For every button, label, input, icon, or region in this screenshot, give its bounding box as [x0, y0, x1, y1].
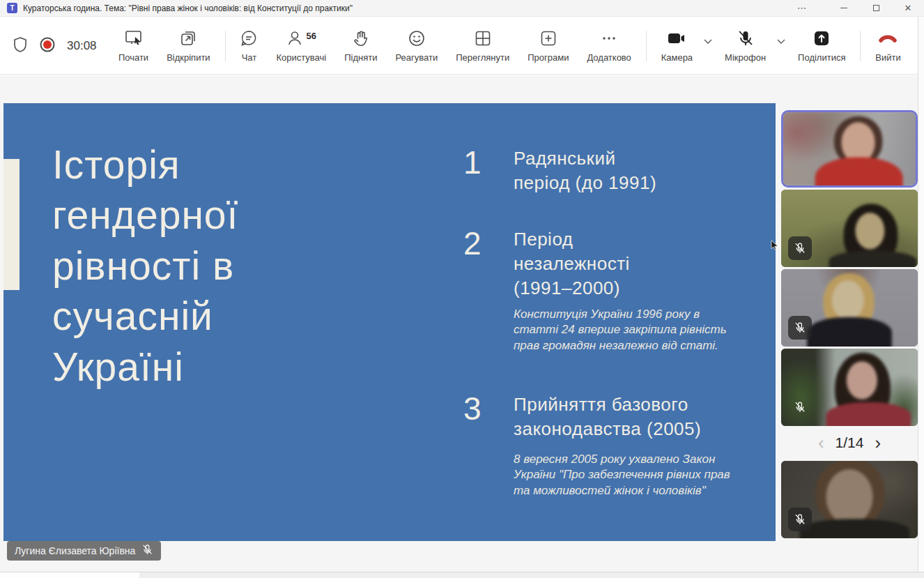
slide-list-item: 3 Прийняття базового законодавства (2005… [463, 393, 701, 441]
mouse-cursor [771, 240, 778, 252]
participants-button[interactable]: 56 Користувачі [267, 29, 335, 63]
mic-muted-icon [788, 316, 812, 340]
window-right-edge [918, 17, 924, 572]
slide-accent-notch [3, 159, 20, 290]
pager-prev-icon[interactable]: ‹ [818, 434, 824, 452]
react-label: Реагувати [395, 52, 438, 63]
presenter-name: Лугина Єлизавета Юріївна [15, 545, 135, 556]
unpin-label: Відкріпити [167, 52, 210, 63]
status-cluster: 30:08 [0, 36, 109, 56]
view-label: Переглянути [456, 52, 509, 63]
hang-up-icon [877, 29, 898, 47]
microphone-button[interactable]: Мікрофон [716, 29, 775, 63]
item-heading: Період незалежності (1991–2000) [514, 227, 630, 301]
participant-tile[interactable] [781, 349, 918, 426]
slide-title: Історія гендерної рівності в сучасній Ук… [52, 139, 442, 392]
share-screen-icon [813, 29, 831, 47]
presenter-name-badge: Лугина Єлизавета Юріївна [7, 541, 161, 561]
more-options-button[interactable]: Додатково [578, 29, 640, 63]
smiley-icon [408, 29, 426, 47]
leave-label: Вийти [875, 52, 900, 63]
react-button[interactable]: Реагувати [386, 29, 447, 63]
item-number: 2 [463, 227, 514, 301]
participant-tile[interactable] [781, 269, 918, 347]
start-share-label: Почати [118, 52, 148, 63]
shared-presentation-slide: Історія гендерної рівності в сучасній Ук… [3, 103, 776, 541]
gallery-grid-icon [474, 29, 492, 47]
share-button[interactable]: Поділитися [789, 29, 854, 63]
participant-tile-active-speaker[interactable] [781, 110, 918, 188]
more-options-label: Додатково [587, 52, 631, 63]
camera-label: Камера [661, 52, 693, 63]
participants-pager: ‹ 1/14 › [781, 429, 918, 457]
raise-hand-icon [352, 29, 370, 47]
chat-label: Чат [242, 52, 257, 63]
mic-muted-icon [788, 508, 812, 531]
window-close-icon[interactable]: ✕ [892, 0, 924, 17]
ellipsis-icon [600, 29, 618, 47]
participant-video [781, 110, 918, 187]
camera-chevron-icon[interactable] [703, 35, 713, 47]
unpin-button[interactable]: Відкріпити [157, 29, 219, 63]
raise-hand-button[interactable]: Підняти [335, 29, 386, 63]
chat-button[interactable]: Чат [231, 29, 267, 63]
apps-button[interactable]: Програми [518, 29, 578, 63]
window-minimize-icon[interactable] [828, 0, 860, 17]
participants-count-badge: 56 [307, 31, 316, 41]
camera-icon [666, 29, 687, 47]
leave-button[interactable]: Вийти [866, 29, 909, 63]
mic-muted-icon [737, 29, 755, 47]
start-share-button[interactable]: Почати [109, 29, 157, 63]
window-bottom-edge [0, 572, 924, 578]
mic-muted-icon [141, 544, 153, 558]
mic-muted-icon [788, 395, 812, 419]
teams-meeting-window: T Кураторська година. Тема: "Рівні права… [0, 0, 924, 578]
microphone-chevron-icon[interactable] [776, 35, 786, 47]
view-button[interactable]: Переглянути [447, 29, 518, 63]
meeting-toolbar: 30:08 Почати Відкріпити Чат [0, 17, 918, 75]
recording-indicator-icon [39, 36, 56, 56]
shield-icon [13, 36, 28, 56]
window-more-icon[interactable]: ⋯ [786, 0, 818, 17]
participants-panel: ‹ 1/14 › [781, 110, 918, 540]
participant-tile[interactable] [781, 461, 918, 538]
pager-page-indicator: 1/14 [836, 434, 864, 451]
item-heading: Радянський період (до 1991) [514, 146, 656, 195]
background-window-edge [139, 572, 924, 578]
toolbar-divider [225, 31, 226, 61]
pager-next-icon[interactable]: › [875, 434, 881, 452]
participant-tile[interactable] [781, 190, 918, 267]
share-label: Поділитися [798, 52, 845, 63]
slide-list-item: 2 Період незалежності (1991–2000) [463, 227, 630, 301]
screen-share-icon [124, 29, 144, 47]
camera-button[interactable]: Камера [652, 29, 702, 63]
add-app-icon [539, 29, 557, 47]
item-note: 8 вересня 2005 року ухвалено Закон Украї… [514, 452, 730, 499]
raise-hand-label: Підняти [344, 52, 377, 63]
item-number: 3 [463, 393, 514, 441]
mic-muted-icon [788, 236, 812, 260]
window-maximize-icon[interactable] [860, 0, 892, 17]
popout-icon [179, 29, 197, 47]
toolbar-divider [860, 31, 861, 61]
chat-icon [240, 29, 258, 47]
microphone-label: Мікрофон [725, 52, 766, 63]
meeting-stage: Історія гендерної рівності в сучасній Ук… [0, 75, 918, 572]
meeting-timer: 30:08 [67, 39, 97, 53]
meeting-title: Кураторська година. Тема: "Рівні права ж… [23, 3, 353, 13]
teams-icon: T [7, 3, 17, 13]
item-heading: Прийняття базового законодавства (2005) [514, 393, 701, 441]
participants-label: Користувачі [276, 52, 326, 63]
titlebar: T Кураторська година. Тема: "Рівні права… [0, 0, 924, 17]
apps-label: Програми [528, 52, 569, 63]
item-note: Конституція України 1996 року в статті 2… [514, 307, 727, 353]
item-number: 1 [463, 146, 514, 195]
toolbar-divider [646, 31, 647, 61]
people-icon [286, 29, 305, 47]
slide-list-item: 1 Радянський період (до 1991) [463, 146, 656, 195]
